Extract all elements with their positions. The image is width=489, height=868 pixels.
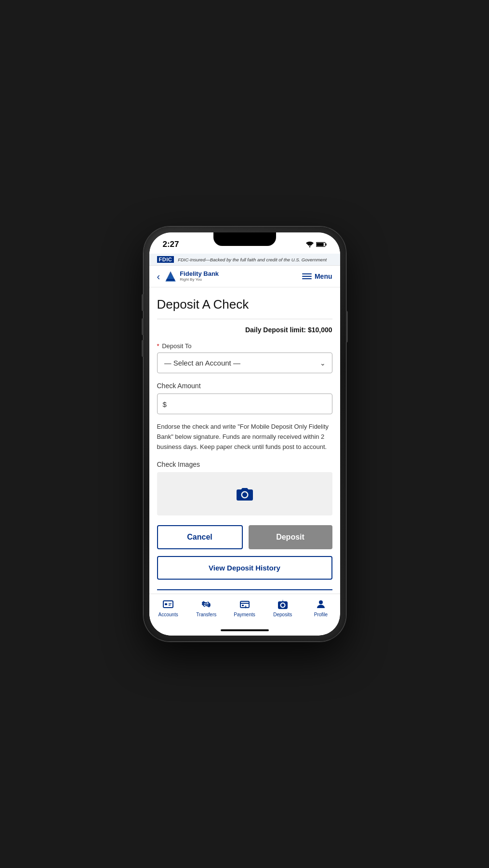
deposits-icon	[277, 598, 289, 610]
back-button[interactable]: ‹	[157, 271, 160, 282]
profile-nav-label: Profile	[314, 612, 328, 617]
dollar-sign: $	[163, 400, 167, 408]
svg-point-0	[309, 246, 310, 247]
bank-logo: Fidelity Bank Right By You	[164, 270, 219, 283]
deposit-to-field: * Deposit To — Select an Account — ⌄	[157, 342, 332, 373]
menu-button[interactable]: Menu	[302, 272, 332, 280]
home-bar	[221, 629, 269, 631]
nav-item-deposits[interactable]: Deposits	[264, 598, 302, 617]
bank-name: Fidelity Bank Right By You	[180, 271, 219, 282]
required-indicator: *	[157, 342, 159, 350]
amount-input[interactable]	[157, 393, 332, 414]
menu-icon	[302, 273, 312, 279]
home-indicator	[149, 625, 340, 636]
deposit-to-label: * Deposit To	[157, 342, 332, 350]
footer-divider	[157, 589, 332, 590]
check-amount-field: Check Amount $	[157, 382, 332, 414]
nav-item-accounts[interactable]: Accounts	[149, 598, 187, 617]
svg-rect-18	[242, 605, 244, 606]
nav-item-transfers[interactable]: Transfers	[187, 598, 225, 617]
cancel-button[interactable]: Cancel	[157, 525, 243, 549]
nav-left: ‹ Fidelity Bank Right By You	[157, 270, 219, 283]
bank-tagline: Right By You	[180, 278, 219, 282]
account-select[interactable]: — Select an Account —	[157, 353, 332, 373]
svg-rect-2	[325, 244, 326, 245]
svg-point-20	[319, 600, 323, 604]
bottom-nav: Accounts Transfers	[149, 594, 340, 625]
svg-rect-3	[317, 243, 324, 246]
page-title: Deposit A Check	[157, 297, 332, 319]
action-buttons: Cancel Deposit	[157, 525, 332, 549]
deposit-button[interactable]: Deposit	[249, 525, 332, 549]
deposits-nav-label: Deposits	[273, 612, 292, 617]
status-bar: 2:27	[149, 232, 340, 254]
transfers-icon	[200, 598, 212, 610]
check-amount-label: Check Amount	[157, 382, 332, 390]
bank-name-main: Fidelity Bank	[180, 271, 219, 277]
status-time: 2:27	[163, 240, 179, 249]
svg-rect-6	[167, 279, 175, 281]
camera-upload-area[interactable]	[157, 472, 332, 515]
notch	[213, 232, 276, 246]
accounts-icon	[162, 598, 174, 610]
svg-rect-11	[165, 603, 167, 605]
svg-text:$: $	[245, 605, 247, 609]
fdic-logo: FDIC	[157, 256, 174, 263]
wifi-icon	[306, 242, 314, 247]
daily-limit: Daily Deposit limit: $10,000	[157, 326, 332, 334]
endorsement-text: Endorse the check and write "For Mobile …	[157, 422, 332, 452]
nav-item-payments[interactable]: $ Payments	[225, 598, 264, 617]
nav-header: ‹ Fidelity Bank Right By You	[149, 266, 340, 287]
camera-icon	[236, 487, 253, 501]
payments-nav-label: Payments	[234, 612, 255, 617]
check-images-section: Check Images	[157, 461, 332, 515]
amount-input-wrapper: $	[157, 393, 332, 414]
fdic-text: FDIC-Insured—Backed by the full faith an…	[178, 257, 327, 262]
menu-label: Menu	[315, 272, 332, 280]
profile-icon	[315, 598, 327, 610]
bank-logo-icon	[164, 270, 177, 283]
main-content: Deposit A Check Daily Deposit limit: $10…	[149, 287, 340, 594]
transfers-nav-label: Transfers	[196, 612, 216, 617]
fdic-bar: FDIC FDIC-Insured—Backed by the full fai…	[149, 254, 340, 266]
accounts-nav-label: Accounts	[159, 612, 178, 617]
view-deposit-history-button[interactable]: View Deposit History	[157, 556, 332, 580]
account-select-wrapper: — Select an Account — ⌄	[157, 353, 332, 373]
svg-rect-7	[248, 491, 251, 493]
deposit-to-label-text: Deposit To	[162, 342, 191, 350]
nav-item-profile[interactable]: Profile	[302, 598, 340, 617]
status-icons	[306, 242, 327, 247]
check-images-label: Check Images	[157, 461, 332, 468]
payments-icon: $	[238, 598, 251, 610]
battery-icon	[316, 242, 327, 247]
